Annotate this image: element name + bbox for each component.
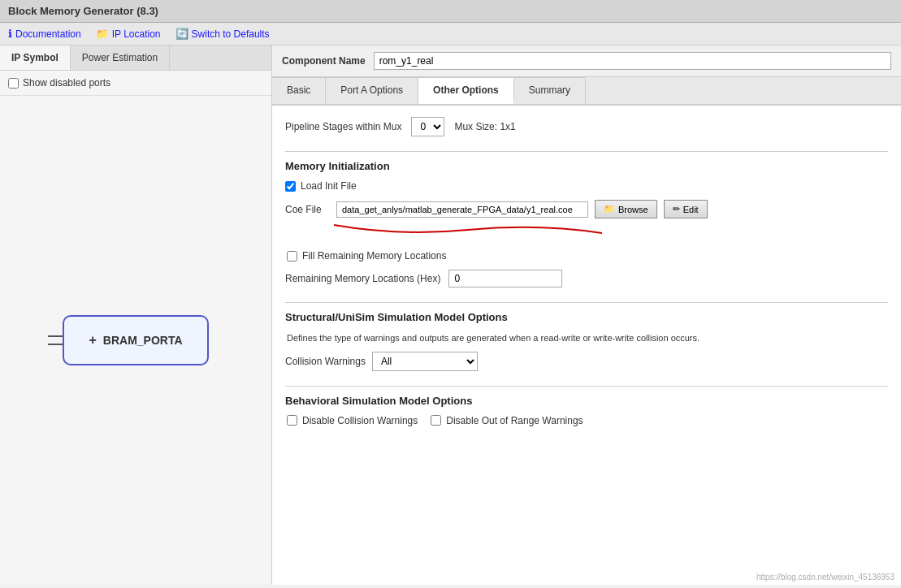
switch-defaults-label: Switch to Defaults (192, 28, 270, 40)
title-bar: Block Memory Generator (8.3) (0, 0, 901, 23)
disable-collision-label: Disable Collision Warnings (302, 415, 418, 426)
pipeline-select[interactable]: 0 1 2 (411, 117, 444, 136)
show-disabled-checkbox[interactable] (8, 78, 19, 89)
port-line-1 (48, 335, 63, 337)
coe-file-input[interactable] (336, 201, 588, 218)
tab-ip-symbol[interactable]: IP Symbol (0, 45, 71, 70)
red-curve-container (334, 222, 888, 239)
refresh-icon: 🔄 (175, 28, 188, 40)
memory-init-section: Memory Initialization Load Init File Coe… (285, 160, 888, 288)
disable-out-of-range-checkbox[interactable] (431, 415, 441, 426)
tab-port-a-options[interactable]: Port A Options (326, 77, 418, 104)
disable-out-of-range-label: Disable Out of Range Warnings (446, 415, 583, 426)
port-line-2 (48, 344, 63, 345)
right-panel: Component Name Basic Port A Options Othe… (272, 45, 901, 585)
ip-location-label: IP Location (112, 28, 161, 40)
toolbar: ℹ Documentation 📁 IP Location 🔄 Switch t… (0, 23, 901, 45)
divider-2 (285, 302, 888, 303)
collision-label: Collision Warnings (285, 356, 366, 367)
left-tabs: IP Symbol Power Estimation (0, 45, 271, 71)
pipeline-row: Pipeline Stages within Mux 0 1 2 Mux Siz… (285, 117, 888, 136)
divider-1 (285, 151, 888, 152)
remaining-hex-row: Remaining Memory Locations (Hex) (285, 270, 888, 288)
fill-remaining-row: Fill Remaining Memory Locations (285, 250, 888, 262)
component-name-row: Component Name (272, 45, 901, 77)
tab-summary[interactable]: Summary (514, 77, 586, 104)
plus-icon: + (89, 333, 96, 348)
watermark: https://blog.csdn.net/weixin_45136953 (756, 573, 895, 582)
edit-icon: ✏ (673, 204, 680, 214)
documentation-button[interactable]: ℹ Documentation (8, 28, 81, 40)
tabs-row: Basic Port A Options Other Options Summa… (272, 77, 901, 106)
red-curve-svg (334, 222, 602, 236)
load-init-label: Load Init File (301, 180, 357, 192)
coe-file-label: Coe File (285, 204, 330, 215)
load-init-row: Load Init File (285, 180, 888, 192)
documentation-label: Documentation (15, 28, 81, 40)
disable-out-of-range-row: Disable Out of Range Warnings (431, 415, 583, 426)
structural-section: Structural/UniSim Simulation Model Optio… (285, 311, 888, 371)
browse-button[interactable]: 📁 Browse (595, 200, 657, 218)
component-name-label: Component Name (282, 55, 366, 67)
show-disabled-row: Show disabled ports (0, 71, 271, 96)
behavioral-title: Behavioral Simulation Model Options (285, 395, 888, 407)
collision-desc: Defines the type of warnings and outputs… (285, 331, 888, 345)
fill-remaining-checkbox[interactable] (287, 251, 297, 262)
info-icon: ℹ (8, 28, 12, 40)
main-layout: IP Symbol Power Estimation Show disabled… (0, 45, 901, 585)
tab-basic[interactable]: Basic (272, 77, 326, 104)
edit-button[interactable]: ✏ Edit (664, 200, 708, 218)
collision-select[interactable]: All Warning Only Generate X Only None (372, 352, 478, 371)
coe-file-row: Coe File 📁 Browse ✏ Edit (285, 200, 888, 218)
remaining-hex-input[interactable] (448, 270, 562, 288)
mux-size: Mux Size: 1x1 (454, 121, 515, 132)
tab-power-estimation[interactable]: Power Estimation (71, 45, 170, 70)
disable-collision-checkbox[interactable] (287, 415, 297, 426)
behavioral-checkboxes: Disable Collision Warnings Disable Out o… (285, 415, 888, 435)
bram-block: + BRAM_PORTA (63, 315, 208, 365)
divider-3 (285, 386, 888, 387)
symbol-area: + BRAM_PORTA (0, 96, 271, 585)
left-panel: IP Symbol Power Estimation Show disabled… (0, 45, 272, 585)
memory-init-title: Memory Initialization (285, 160, 888, 172)
fill-remaining-label: Fill Remaining Memory Locations (302, 250, 446, 262)
show-disabled-label: Show disabled ports (23, 77, 110, 89)
port-lines (48, 335, 63, 345)
app-title: Block Memory Generator (8.3) (8, 5, 158, 17)
bram-label: BRAM_PORTA (103, 334, 183, 347)
content-area: Pipeline Stages within Mux 0 1 2 Mux Siz… (272, 106, 901, 585)
browse-icon: 📁 (604, 204, 615, 214)
structural-title: Structural/UniSim Simulation Model Optio… (285, 311, 888, 323)
component-name-input[interactable] (374, 52, 891, 70)
pipeline-label: Pipeline Stages within Mux (285, 121, 401, 132)
load-init-checkbox[interactable] (285, 181, 296, 192)
collision-row: Collision Warnings All Warning Only Gene… (285, 352, 888, 371)
behavioral-section: Behavioral Simulation Model Options Disa… (285, 395, 888, 435)
ip-location-button[interactable]: 📁 IP Location (96, 28, 161, 40)
remaining-hex-label: Remaining Memory Locations (Hex) (285, 273, 440, 284)
disable-collision-row: Disable Collision Warnings (287, 415, 418, 426)
switch-defaults-button[interactable]: 🔄 Switch to Defaults (175, 28, 270, 40)
folder-icon: 📁 (96, 28, 109, 40)
tab-other-options[interactable]: Other Options (418, 77, 514, 104)
